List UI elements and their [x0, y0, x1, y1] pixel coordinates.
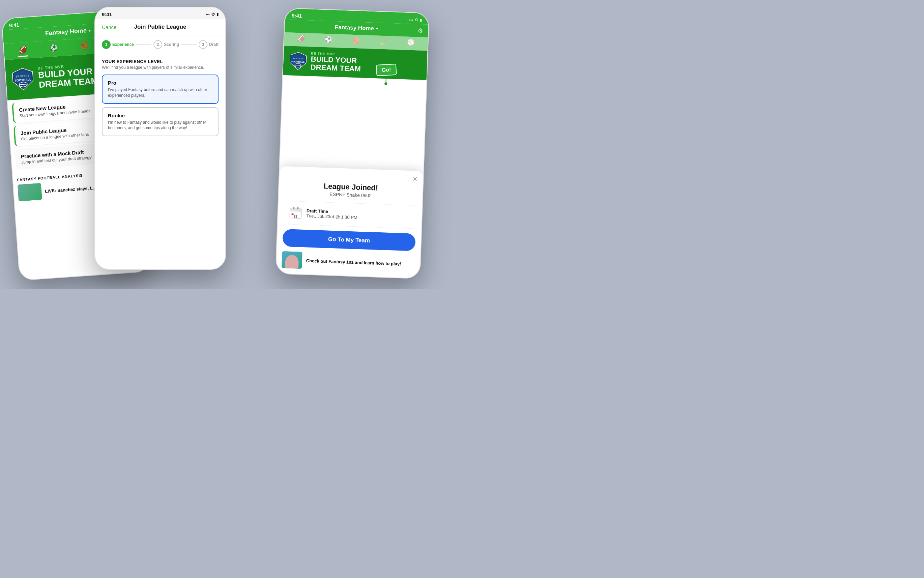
sport-hockey-3: 🏒: [379, 38, 387, 45]
step-2-circle: 2: [153, 40, 162, 49]
ff-shield-logo-3: FANTASY FOOTBALL: [288, 51, 307, 70]
status-time-3: 9:41: [292, 13, 302, 19]
sport-basketball-3: 🏀: [352, 37, 360, 44]
phone-2: 9:41 ▪▪▪ ⌬ ▮ Cancel Join Public League 1…: [94, 7, 226, 270]
scene: 9:41 ▪▪▪ ⌬ ▮ Fantasy Home ▾ 🏈 ⚽ 🏀: [0, 0, 462, 289]
status-time-1: 9:41: [9, 22, 19, 28]
status-icons-3: ▪▪▪ ⌬ ▮: [409, 18, 422, 22]
basketball-icon: ⚽: [49, 44, 58, 52]
fantasy-101-card[interactable]: Check out Fantasy 101 and learn how to p…: [276, 251, 420, 278]
go-to-team-button[interactable]: Go To My Team: [282, 229, 416, 251]
sport-extra-3: ⚾: [407, 39, 415, 46]
header-title-1: Fantasy Home: [45, 27, 87, 37]
sport-soccer-3: ⚽: [325, 36, 333, 44]
rookie-card-desc: I'm new to Fantasy and would like to pla…: [108, 120, 213, 131]
rookie-card-title: Rookie: [108, 113, 213, 119]
f101-text: Check out Fantasy 101 and learn how to p…: [306, 258, 401, 266]
modal-title-2: Join Public League: [134, 24, 187, 30]
pro-card-title: Pro: [108, 80, 213, 86]
go-badge-overlay: Go!: [376, 64, 397, 85]
draft-info-row: 23 Draft Time Tue., Jul. 23rd @ 1:30 PM.: [283, 201, 416, 229]
baseball-icon: 🏀: [80, 42, 89, 50]
battery-icon-2: ▮: [216, 12, 219, 16]
hero-text-1: BE THE MVP. BUILD YOUR DREAM TEAM: [37, 62, 99, 89]
wifi-icon-2: ⌬: [211, 12, 215, 16]
sport-nav-basketball[interactable]: 🏀: [77, 40, 92, 52]
svg-text:FOOTBALL: FOOTBALL: [291, 60, 305, 63]
status-bar-2: 9:41 ▪▪▪ ⌬ ▮: [95, 7, 225, 19]
step-3-circle: 3: [199, 40, 208, 49]
exp-heading: YOUR EXPERIENCE LEVEL: [102, 59, 219, 64]
modal-header-2: Cancel Join Public League: [95, 19, 225, 36]
svg-text:FANTASY: FANTASY: [293, 57, 304, 60]
battery-icon-3: ▮: [420, 18, 422, 22]
svg-line-11: [295, 65, 301, 66]
hero-lines-3: BUILD YOUR DREAM TEAM: [310, 55, 361, 73]
league-joined-modal: ✕ League Joined! ESPN+ Snake 0902 23: [276, 166, 423, 279]
status-time-2: 9:41: [102, 11, 112, 17]
draft-info-text: Draft Time Tue., Jul. 23rd @ 1:30 PM.: [306, 208, 359, 220]
signal-icon-3: ▪▪▪: [409, 18, 413, 21]
ff-shield-logo-1: FANTASY FOOTBALL: [11, 67, 36, 91]
svg-rect-16: [297, 207, 299, 209]
signal-icon-2: ▪▪▪: [206, 13, 210, 16]
rookie-exp-card[interactable]: Rookie I'm new to Fantasy and would like…: [102, 107, 219, 136]
chevron-down-icon-3: ▾: [376, 27, 378, 31]
draft-calendar-icon: 23: [289, 206, 302, 220]
svg-rect-15: [293, 207, 294, 209]
exp-section: YOUR EXPERIENCE LEVEL We'll find you a l…: [95, 54, 225, 145]
hero-text-3: BE THE MVP. BUILD YOUR DREAM TEAM: [310, 52, 361, 73]
svg-text:23: 23: [294, 214, 298, 218]
sport-nav-football[interactable]: 🏈: [16, 44, 30, 56]
close-button[interactable]: ✕: [412, 175, 418, 183]
status-icons-2: ▪▪▪ ⌬ ▮: [206, 12, 219, 16]
step-2-label: Scoring: [164, 42, 179, 47]
f101-thumbnail: [282, 251, 302, 269]
football-icon: 🏈: [18, 45, 27, 54]
header-title-3: Fantasy Home: [335, 24, 374, 32]
sport-nav-soccer[interactable]: ⚽: [46, 42, 61, 54]
chevron-down-icon-1: ▾: [88, 28, 91, 33]
step-3-label: Draft: [209, 42, 219, 47]
gear-icon-3[interactable]: ⚙: [417, 27, 423, 35]
pro-card-desc: I've played Fantasy before and can match…: [108, 87, 213, 99]
step-line-1: [136, 44, 151, 45]
wifi-icon-3: ⌬: [415, 18, 418, 22]
step-1-label: Experience: [112, 42, 134, 47]
sport-football-3: 🏈: [297, 35, 305, 42]
hero-line1-1: BUILD YOUR DREAM TEAM: [38, 66, 99, 89]
exp-subtext: We'll find you a league with players of …: [102, 65, 219, 70]
analysis-thumb-1: [18, 183, 42, 201]
pro-exp-card[interactable]: Pro I've played Fantasy before and can m…: [102, 75, 219, 104]
svg-rect-17: [291, 213, 293, 215]
analysis-text-1: LIVE: Sanchez stays, L...: [45, 185, 96, 194]
cancel-button[interactable]: Cancel: [102, 24, 118, 30]
steps-bar: 1 Experience 2 Scoring 3 Draft: [95, 36, 225, 54]
step-line-2: [181, 44, 196, 45]
hero-banner-3: FANTASY FOOTBALL BE THE MVP. BUILD YOUR …: [283, 46, 428, 80]
phone-3: 9:41 ▪▪▪ ⌬ ▮ Fantasy Home ▾ ⚙ 🏈 ⚽ 🏀 🏒 ⚾: [275, 8, 429, 279]
step-1-circle: 1: [102, 40, 110, 49]
